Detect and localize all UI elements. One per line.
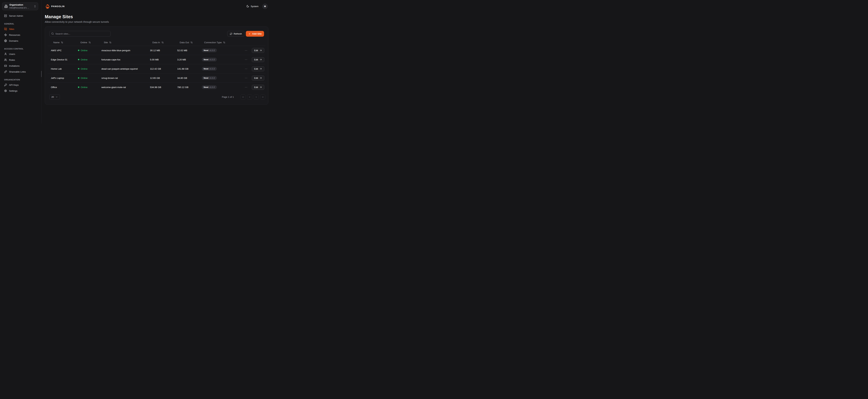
chevron-down-icon [56, 96, 58, 98]
settings-gear-icon [4, 89, 7, 92]
user-icon [4, 53, 7, 55]
site-id-cell: smug-brown-rat [98, 77, 147, 79]
edit-button[interactable]: Edit [252, 48, 265, 53]
connection-type-badge: Newtv1.3.2 [202, 49, 217, 52]
connection-type-cell: Newtv1.3.2 [198, 58, 242, 61]
topbar: PANGOLIN System M [42, 0, 272, 12]
site-name-cell: Home Lab [48, 67, 75, 70]
sidebar-item-label: Shareable Links [9, 70, 26, 73]
arrow-right-icon [259, 49, 262, 52]
sidebar-item-settings[interactable]: Settings [3, 88, 39, 94]
connection-type-badge: Newtv1.3.2 [202, 76, 217, 80]
sidebar-item-domains[interactable]: Domains [3, 38, 39, 44]
row-actions-menu-button[interactable] [245, 58, 248, 61]
sites-card: Refresh Add Site Name Online Site Data I… [45, 27, 268, 104]
search-icon [51, 32, 54, 35]
theme-toggle[interactable]: System [246, 5, 258, 8]
edit-button[interactable]: Edit [252, 66, 265, 71]
sidebar-item-server-admin[interactable]: Server Admin [3, 13, 39, 19]
sort-icon [61, 41, 63, 43]
sidebar-item-label: API Keys [9, 84, 19, 86]
table-row[interactable]: Jeff's Laptop Online smug-brown-rat 12.6… [48, 73, 266, 83]
table-row[interactable]: Home Lab Online dead-san-joaquin-antelop… [48, 64, 266, 73]
sidebar-item-api-keys[interactable]: API Keys [3, 82, 39, 88]
globe-icon [4, 39, 7, 42]
data-in-cell: 30.12 MB [147, 49, 174, 52]
column-header-online[interactable]: Online [75, 41, 98, 44]
edit-button[interactable]: Edit [252, 85, 265, 90]
site-name-cell: Jeff's Laptop [48, 77, 75, 79]
table-row[interactable]: AWS VPC Online vivacious-little-blue-pen… [48, 46, 266, 55]
sites-table: Name Online Site Data In Data Out Connec… [48, 39, 266, 92]
combine-icon [4, 28, 7, 30]
brand-name: PANGOLIN [51, 5, 65, 8]
data-out-cell: 34.80 GB [174, 77, 198, 79]
sidebar-item-invitations[interactable]: Invitations [3, 63, 39, 69]
ellipsis-icon [245, 58, 248, 61]
refresh-icon [230, 33, 232, 35]
pagination-bar: 20 Page 1 of 1 [48, 94, 266, 100]
ellipsis-icon [245, 76, 248, 80]
refresh-button-label: Refresh [234, 32, 242, 35]
previous-page-button[interactable] [247, 94, 252, 100]
row-actions-menu-button[interactable] [245, 67, 248, 70]
edit-button[interactable]: Edit [252, 75, 265, 81]
sort-icon [161, 41, 164, 43]
site-id-cell: dead-san-joaquin-antelope-squirrel [98, 67, 147, 70]
site-name-cell: Office [48, 86, 75, 89]
online-status-label: Online [81, 86, 88, 89]
row-actions-menu-button[interactable] [245, 49, 248, 52]
next-page-button[interactable] [254, 94, 259, 100]
server-icon [4, 14, 7, 17]
search-input[interactable] [49, 31, 111, 37]
sidebar-section-general: GENERAL [4, 23, 37, 25]
org-switcher[interactable]: Organization milo@fossorial.io's ... [2, 2, 38, 10]
refresh-button[interactable]: Refresh [227, 31, 244, 37]
ellipsis-icon [245, 49, 248, 52]
sidebar-item-label: Server Admin [9, 14, 23, 17]
sidebar-scrollbar[interactable] [41, 71, 42, 77]
sidebar-section-access-control: ACCESS CONTROL [4, 48, 37, 50]
online-status-dot [78, 59, 79, 60]
sort-icon [89, 41, 91, 43]
connection-type-badge: Newtv1.3.2 [202, 85, 217, 89]
sidebar-item-label: Users [9, 53, 15, 55]
avatar[interactable]: M [262, 4, 268, 9]
table-row[interactable]: Edge Device 01 Online fortunate-cape-fox… [48, 55, 266, 64]
table-body: AWS VPC Online vivacious-little-blue-pen… [48, 46, 266, 92]
arrow-right-icon [259, 58, 262, 61]
page-size-value: 20 [51, 96, 54, 98]
page-size-select[interactable]: 20 [49, 94, 60, 100]
brand: PANGOLIN [45, 4, 65, 9]
column-header-data-out[interactable]: Data Out [174, 41, 198, 44]
key-icon [4, 84, 7, 86]
chevrons-right-icon [261, 96, 264, 98]
row-actions-menu-button[interactable] [245, 86, 248, 89]
building-icon [4, 5, 8, 8]
ellipsis-icon [245, 86, 248, 89]
chevron-left-icon [248, 96, 251, 98]
column-header-data-in[interactable]: Data In [147, 41, 174, 44]
column-header-name[interactable]: Name [48, 41, 75, 44]
data-in-cell: 534.98 GB [147, 86, 174, 89]
online-status-dot [78, 50, 79, 51]
add-site-button[interactable]: Add Site [246, 31, 264, 37]
row-actions-menu-button[interactable] [245, 76, 248, 80]
connection-type-badge: Newtv1.3.2 [202, 67, 217, 71]
sidebar-item-shareable-links[interactable]: Shareable Links [3, 69, 39, 75]
sidebar-item-resources[interactable]: Resources [3, 32, 39, 38]
column-header-site[interactable]: Site [98, 41, 147, 44]
theme-toggle-label: System [251, 5, 258, 8]
table-row[interactable]: Office Online welcome-giant-mole-rat 534… [48, 83, 266, 92]
edit-button[interactable]: Edit [252, 57, 265, 62]
chevrons-left-icon [242, 96, 244, 98]
sidebar: Organization milo@fossorial.io's ... Ser… [0, 0, 42, 123]
last-page-button[interactable] [260, 94, 266, 100]
table-header-row: Name Online Site Data In Data Out Connec… [48, 39, 266, 46]
sidebar-item-roles[interactable]: Roles [3, 57, 39, 63]
sidebar-item-sites[interactable]: Sites [3, 26, 39, 32]
page-content: Manage Sites Allow connectivity to your … [42, 12, 272, 104]
sidebar-item-users[interactable]: Users [3, 51, 39, 57]
first-page-button[interactable] [241, 94, 246, 100]
column-header-connection-type[interactable]: Connection Type [198, 41, 242, 44]
